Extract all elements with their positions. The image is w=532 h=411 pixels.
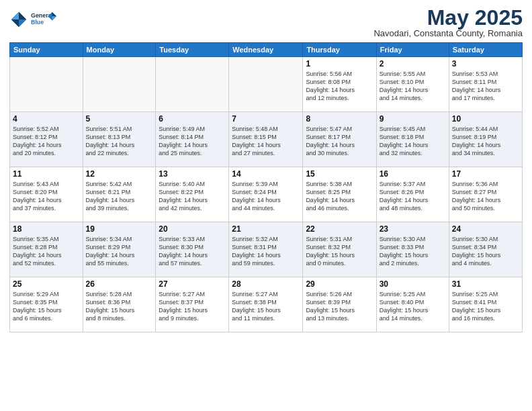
day-info: Sunrise: 5:47 AMSunset: 8:17 PMDaylight:… — [306, 125, 373, 158]
table-cell — [83, 57, 156, 112]
day-info: Sunrise: 5:53 AMSunset: 8:11 PMDaylight:… — [452, 70, 519, 103]
day-number: 16 — [380, 169, 446, 179]
table-cell — [10, 57, 83, 112]
col-sunday: Sunday — [10, 43, 83, 57]
day-number: 19 — [86, 224, 153, 234]
calendar-week-3: 11Sunrise: 5:43 AMSunset: 8:20 PMDayligh… — [10, 167, 523, 222]
day-number: 15 — [306, 169, 373, 179]
table-cell: 9Sunrise: 5:45 AMSunset: 8:18 PMDaylight… — [376, 112, 449, 167]
calendar-table: Sunday Monday Tuesday Wednesday Thursday… — [9, 42, 523, 332]
day-number: 22 — [306, 224, 373, 234]
day-number: 10 — [452, 114, 519, 124]
day-info: Sunrise: 5:38 AMSunset: 8:25 PMDaylight:… — [306, 180, 373, 213]
table-cell: 21Sunrise: 5:32 AMSunset: 8:31 PMDayligh… — [229, 222, 303, 277]
day-number: 30 — [380, 279, 446, 289]
table-cell: 11Sunrise: 5:43 AMSunset: 8:20 PMDayligh… — [10, 167, 83, 222]
day-number: 12 — [86, 169, 153, 179]
table-cell: 3Sunrise: 5:53 AMSunset: 8:11 PMDaylight… — [449, 57, 522, 112]
table-cell: 5Sunrise: 5:51 AMSunset: 8:13 PMDaylight… — [83, 112, 156, 167]
day-number: 1 — [306, 59, 373, 68]
table-cell: 12Sunrise: 5:42 AMSunset: 8:21 PMDayligh… — [83, 167, 156, 222]
table-cell: 6Sunrise: 5:49 AMSunset: 8:14 PMDaylight… — [156, 112, 229, 167]
table-cell: 27Sunrise: 5:27 AMSunset: 8:37 PMDayligh… — [156, 277, 229, 332]
day-number: 6 — [159, 114, 226, 124]
day-info: Sunrise: 5:43 AMSunset: 8:20 PMDaylight:… — [13, 180, 80, 213]
table-cell: 30Sunrise: 5:25 AMSunset: 8:40 PMDayligh… — [376, 277, 449, 332]
calendar-week-2: 4Sunrise: 5:52 AMSunset: 8:12 PMDaylight… — [10, 112, 523, 167]
day-info: Sunrise: 5:28 AMSunset: 8:36 PMDaylight:… — [86, 290, 153, 323]
day-number: 14 — [232, 169, 300, 179]
day-info: Sunrise: 5:48 AMSunset: 8:15 PMDaylight:… — [232, 125, 300, 158]
day-info: Sunrise: 5:32 AMSunset: 8:31 PMDaylight:… — [232, 235, 300, 268]
day-number: 21 — [232, 224, 300, 234]
table-cell: 2Sunrise: 5:55 AMSunset: 8:10 PMDaylight… — [376, 57, 449, 112]
day-number: 11 — [13, 169, 80, 179]
day-number: 2 — [380, 59, 446, 68]
table-cell: 18Sunrise: 5:35 AMSunset: 8:28 PMDayligh… — [10, 222, 83, 277]
location-subtitle: Navodari, Constanta County, Romania — [373, 28, 523, 38]
day-info: Sunrise: 5:55 AMSunset: 8:10 PMDaylight:… — [380, 70, 446, 103]
day-info: Sunrise: 5:29 AMSunset: 8:35 PMDaylight:… — [13, 290, 80, 323]
table-cell: 24Sunrise: 5:30 AMSunset: 8:34 PMDayligh… — [449, 222, 522, 277]
calendar-week-5: 25Sunrise: 5:29 AMSunset: 8:35 PMDayligh… — [10, 277, 523, 332]
table-cell: 28Sunrise: 5:27 AMSunset: 8:38 PMDayligh… — [229, 277, 303, 332]
table-cell: 13Sunrise: 5:40 AMSunset: 8:22 PMDayligh… — [156, 167, 229, 222]
col-saturday: Saturday — [449, 43, 522, 57]
day-number: 17 — [452, 169, 519, 179]
day-info: Sunrise: 5:45 AMSunset: 8:18 PMDaylight:… — [380, 125, 446, 158]
table-cell: 10Sunrise: 5:44 AMSunset: 8:19 PMDayligh… — [449, 112, 522, 167]
day-info: Sunrise: 5:26 AMSunset: 8:39 PMDaylight:… — [306, 290, 373, 323]
table-cell: 1Sunrise: 5:56 AMSunset: 8:08 PMDaylight… — [303, 57, 376, 112]
table-cell: 14Sunrise: 5:39 AMSunset: 8:24 PMDayligh… — [229, 167, 303, 222]
calendar-header-row: Sunday Monday Tuesday Wednesday Thursday… — [10, 43, 523, 57]
col-thursday: Thursday — [303, 43, 376, 57]
table-cell: 17Sunrise: 5:36 AMSunset: 8:27 PMDayligh… — [449, 167, 522, 222]
day-info: Sunrise: 5:25 AMSunset: 8:41 PMDaylight:… — [452, 290, 519, 323]
table-cell: 26Sunrise: 5:28 AMSunset: 8:36 PMDayligh… — [83, 277, 156, 332]
day-number: 26 — [86, 279, 153, 289]
col-friday: Friday — [376, 43, 449, 57]
day-number: 27 — [159, 279, 226, 289]
col-wednesday: Wednesday — [229, 43, 303, 57]
day-number: 29 — [306, 279, 373, 289]
logo-icon — [9, 10, 28, 29]
svg-marker-10 — [52, 16, 56, 20]
svg-marker-9 — [52, 12, 56, 16]
col-tuesday: Tuesday — [156, 43, 229, 57]
svg-text:Blue: Blue — [31, 19, 44, 26]
table-cell: 29Sunrise: 5:26 AMSunset: 8:39 PMDayligh… — [303, 277, 376, 332]
table-cell: 23Sunrise: 5:30 AMSunset: 8:33 PMDayligh… — [376, 222, 449, 277]
day-number: 9 — [380, 114, 446, 124]
day-info: Sunrise: 5:30 AMSunset: 8:34 PMDaylight:… — [452, 235, 519, 268]
table-cell — [156, 57, 229, 112]
header: General Blue May 2025 Navodari, Constant… — [9, 7, 523, 38]
day-number: 20 — [159, 224, 226, 234]
day-info: Sunrise: 5:34 AMSunset: 8:29 PMDaylight:… — [86, 235, 153, 268]
day-number: 4 — [13, 114, 80, 124]
table-cell: 25Sunrise: 5:29 AMSunset: 8:35 PMDayligh… — [10, 277, 83, 332]
day-info: Sunrise: 5:27 AMSunset: 8:37 PMDaylight:… — [159, 290, 226, 323]
day-info: Sunrise: 5:25 AMSunset: 8:40 PMDaylight:… — [380, 290, 446, 323]
table-cell: 19Sunrise: 5:34 AMSunset: 8:29 PMDayligh… — [83, 222, 156, 277]
day-info: Sunrise: 5:40 AMSunset: 8:22 PMDaylight:… — [159, 180, 226, 213]
day-number: 28 — [232, 279, 300, 289]
day-info: Sunrise: 5:35 AMSunset: 8:28 PMDaylight:… — [13, 235, 80, 268]
day-info: Sunrise: 5:30 AMSunset: 8:33 PMDaylight:… — [380, 235, 446, 268]
day-number: 8 — [306, 114, 373, 124]
day-number: 7 — [232, 114, 300, 124]
day-number: 3 — [452, 59, 519, 68]
calendar-week-1: 1Sunrise: 5:56 AMSunset: 8:08 PMDaylight… — [10, 57, 523, 112]
table-cell: 16Sunrise: 5:37 AMSunset: 8:26 PMDayligh… — [376, 167, 449, 222]
col-monday: Monday — [83, 43, 156, 57]
day-info: Sunrise: 5:36 AMSunset: 8:27 PMDaylight:… — [452, 180, 519, 213]
table-cell: 4Sunrise: 5:52 AMSunset: 8:12 PMDaylight… — [10, 112, 83, 167]
day-info: Sunrise: 5:44 AMSunset: 8:19 PMDaylight:… — [452, 125, 519, 158]
day-info: Sunrise: 5:49 AMSunset: 8:14 PMDaylight:… — [159, 125, 226, 158]
table-cell: 7Sunrise: 5:48 AMSunset: 8:15 PMDaylight… — [229, 112, 303, 167]
title-block: May 2025 Navodari, Constanta County, Rom… — [373, 7, 523, 38]
day-number: 23 — [380, 224, 446, 234]
day-info: Sunrise: 5:39 AMSunset: 8:24 PMDaylight:… — [232, 180, 300, 213]
day-info: Sunrise: 5:56 AMSunset: 8:08 PMDaylight:… — [306, 70, 373, 103]
day-number: 13 — [159, 169, 226, 179]
day-info: Sunrise: 5:42 AMSunset: 8:21 PMDaylight:… — [86, 180, 153, 213]
